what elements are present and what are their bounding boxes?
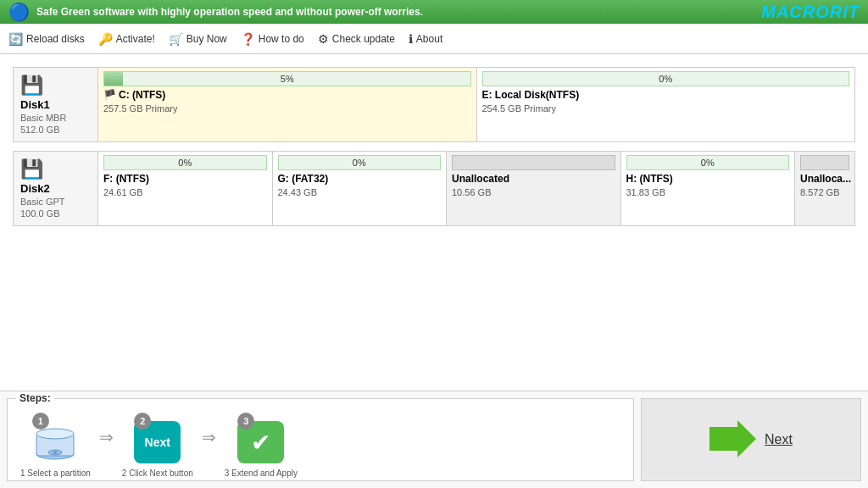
disk2-row: 💾 Disk2 Basic GPT 100.0 GB 0% F: (NTFS) … (13, 151, 855, 226)
svg-marker-5 (709, 420, 756, 458)
disk1-icon: 💾 (20, 75, 91, 97)
steps-title: Steps: (16, 392, 54, 404)
disk2-h-bar-label: 0% (627, 156, 789, 169)
arrow1: ⇒ (99, 427, 114, 447)
disk2-f-name: F: (NTFS) (103, 173, 267, 185)
step2-label: 2 Click Next button (122, 469, 193, 478)
buynow-icon: 🛒 (169, 32, 183, 46)
toolbar-buynow-label: Buy Now (186, 33, 227, 45)
disk1-row: 💾 Disk1 Basic MBR 512.0 GB 5% 🏴 C: (NTFS… (13, 67, 855, 142)
toolbar-check-update[interactable]: ⚙ Check update (318, 32, 395, 46)
step2-item: 2 Next 2 Click Next button (122, 413, 193, 478)
disk2-partitions: 0% F: (NTFS) 24.61 GB 0% G: (FAT32) 24.4… (98, 152, 854, 225)
disk2-unallocated1[interactable]: Unallocated 10.56 GB (447, 152, 621, 225)
disk1-partitions: 5% 🏴 C: (NTFS) 257.5 GB Primary 0% E: Lo… (98, 68, 854, 141)
disk2-h-bar: 0% (626, 155, 790, 170)
disk1-c-detail: 257.5 GB Primary (103, 103, 471, 114)
step3-label: 3 Extend and Apply (225, 469, 298, 478)
disk2-name: Disk2 (20, 182, 91, 195)
disk2-size: 100.0 GB (20, 208, 91, 219)
steps-content: 1 1 Select a partition (20, 413, 620, 478)
disk2-h-detail: 31.83 GB (626, 187, 790, 197)
step1-badge: 1 (32, 413, 49, 430)
svg-point-2 (36, 429, 74, 439)
disk2-unalloc2-bar (800, 155, 849, 170)
disk2-unalloc2-detail: 8.572 GB (800, 187, 849, 197)
header-logo-icon: 🔵 (8, 2, 30, 22)
disk1-c-bar-label: 5% (104, 72, 470, 86)
steps-section: Steps: 1 (0, 391, 868, 488)
about-icon: ℹ (409, 32, 413, 46)
toolbar-reload-disks[interactable]: 🔄 Reload disks (8, 32, 85, 46)
svg-point-4 (53, 451, 57, 454)
disk1-e-bar-label: 0% (483, 72, 849, 86)
next-button-panel[interactable]: Next (641, 398, 861, 481)
activate-icon: 🔑 (98, 32, 113, 46)
toolbar-about[interactable]: ℹ About (409, 32, 442, 46)
disk2-g-detail: 24.43 GB (278, 187, 442, 197)
disk1-partition-c[interactable]: 5% 🏴 C: (NTFS) 257.5 GB Primary (98, 68, 477, 141)
step1-item: 1 1 Select a partition (20, 413, 91, 478)
flag-icon: 🏴 (103, 89, 116, 101)
toolbar-activate[interactable]: 🔑 Activate! (98, 32, 155, 46)
step3-item: 3 ✔ 3 Extend and Apply (225, 413, 298, 478)
disk2-f-bar: 0% (103, 155, 267, 170)
brand-logo: MACRORIT (761, 3, 860, 22)
disk1-c-bar: 5% (103, 71, 471, 86)
disk2-unalloc1-bar (452, 155, 615, 170)
header-left: 🔵 Safe Green software with highly operat… (8, 2, 423, 22)
disk2-unalloc2-label (801, 156, 849, 169)
disk1-name: Disk1 (20, 98, 91, 111)
disk2-unalloc1-detail: 10.56 GB (452, 187, 615, 197)
next-arrow-icon (709, 420, 756, 460)
disk2-g-bar-label: 0% (279, 156, 441, 169)
disk2-f-bar-label: 0% (104, 156, 266, 169)
disk1-size: 512.0 GB (20, 125, 91, 135)
disk2-g-bar: 0% (278, 155, 442, 170)
disk2-g-name: G: (FAT32) (278, 173, 442, 185)
checkupdate-icon: ⚙ (318, 32, 329, 46)
arrow2: ⇒ (202, 427, 216, 447)
disk2-unalloc1-label (453, 156, 615, 169)
toolbar: 🔄 Reload disks 🔑 Activate! 🛒 Buy Now ❓ H… (0, 24, 868, 54)
disks-area: 💾 Disk1 Basic MBR 512.0 GB 5% 🏴 C: (NTFS… (8, 63, 860, 239)
disk2-h-name: H: (NTFS) (626, 173, 790, 185)
steps-left-panel: Steps: 1 (7, 398, 634, 481)
disk1-type: Basic MBR (20, 113, 91, 123)
disk2-icon: 💾 (20, 158, 91, 180)
disk2-info: 💾 Disk2 Basic GPT 100.0 GB (14, 152, 98, 225)
toolbar-checkupdate-label: Check update (332, 33, 395, 45)
disk1-e-detail: 254.5 GB Primary (482, 103, 850, 114)
disk2-f-detail: 24.61 GB (103, 187, 267, 197)
disk2-unalloc2-name: Unalloca... (800, 173, 849, 185)
disk1-info: 💾 Disk1 Basic MBR 512.0 GB (14, 68, 98, 141)
step1-label: 1 Select a partition (20, 469, 91, 478)
disk2-partition-h[interactable]: 0% H: (NTFS) 31.83 GB (621, 152, 796, 225)
toolbar-howto-label: How to do (259, 33, 304, 45)
toolbar-buy-now[interactable]: 🛒 Buy Now (169, 32, 227, 46)
disk2-partition-g[interactable]: 0% G: (FAT32) 24.43 GB (273, 152, 448, 225)
disk2-partition-f[interactable]: 0% F: (NTFS) 24.61 GB (98, 152, 273, 225)
disk1-partition-e[interactable]: 0% E: Local Disk(NTFS) 254.5 GB Primary (477, 68, 855, 141)
toolbar-activate-label: Activate! (116, 33, 155, 45)
header-text: Safe Green software with highly operatio… (36, 6, 423, 18)
header: 🔵 Safe Green software with highly operat… (0, 0, 868, 24)
next-button-label[interactable]: Next (765, 432, 793, 447)
toolbar-how-to-do[interactable]: ❓ How to do (241, 32, 304, 46)
toolbar-about-label: About (416, 33, 442, 45)
main-content: 💾 Disk1 Basic MBR 512.0 GB 5% 🏴 C: (NTFS… (0, 54, 868, 488)
disk2-unalloc1-name: Unallocated (452, 173, 615, 185)
toolbar-reload-label: Reload disks (26, 33, 85, 45)
disk2-type: Basic GPT (20, 197, 91, 207)
disk2-unallocated2[interactable]: Unalloca... 8.572 GB (795, 152, 854, 225)
disk1-e-name: E: Local Disk(NTFS) (482, 89, 850, 101)
reload-icon: 🔄 (8, 32, 23, 46)
disk1-e-bar: 0% (482, 71, 850, 86)
howto-icon: ❓ (241, 32, 255, 46)
disk1-c-name: 🏴 C: (NTFS) (103, 89, 471, 101)
